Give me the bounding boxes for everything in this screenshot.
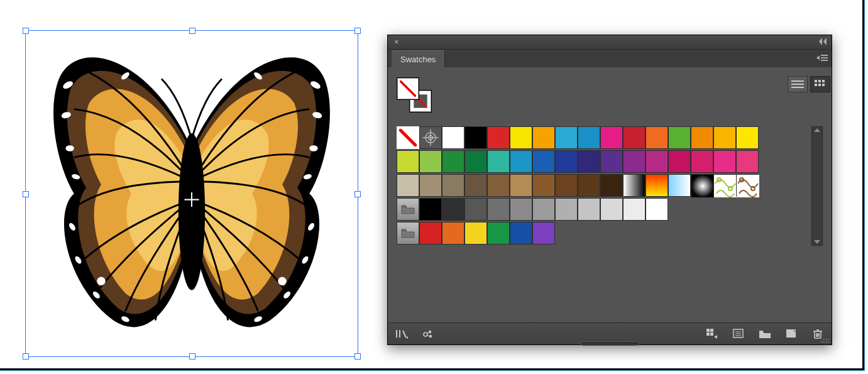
swatch-cell[interactable] [419,174,442,197]
swatch-cell[interactable] [419,198,442,221]
swatch-cell[interactable] [623,174,646,197]
swatch-cell[interactable] [713,126,736,149]
swatch-cell[interactable] [487,150,510,173]
panel-drag-handle[interactable] [581,341,639,346]
swatch-cell[interactable] [623,126,646,149]
swatch-cell[interactable] [736,126,759,149]
swatch-cell[interactable] [578,174,600,197]
swatch-options-icon[interactable] [705,327,720,341]
handle-bottom-right[interactable] [354,353,361,360]
swatch-cell[interactable] [555,198,578,221]
panel-menu-icon[interactable] [816,53,828,62]
swatch-cell[interactable] [510,150,532,173]
swatch-cell[interactable] [510,198,532,221]
swatch-cell[interactable] [600,126,623,149]
swatch-cell[interactable] [532,198,555,221]
swatch-cell[interactable] [555,174,578,197]
swatch-cell[interactable] [623,198,646,221]
swatch-cell[interactable] [555,150,578,173]
library-icon[interactable] [394,327,409,341]
collapse-panel-icon[interactable] [814,38,827,45]
handle-top-left[interactable] [23,28,29,34]
swatch-cell[interactable] [464,126,487,149]
swatch-cell[interactable] [623,150,646,173]
swatch-cell[interactable] [464,174,487,197]
swatch-cell[interactable] [713,174,736,197]
swatch-cell[interactable] [532,150,555,173]
fill-swatch[interactable] [397,77,419,100]
swatches-panel[interactable]: × Swatches [387,35,832,345]
swatch-cell[interactable] [578,150,600,173]
swatch-cell[interactable] [487,198,510,221]
swatch-cell[interactable] [442,174,464,197]
color-group-icon[interactable] [420,327,436,341]
swatch-registration[interactable] [419,126,442,149]
grid-view-button[interactable] [810,76,830,92]
panel-titlebar[interactable]: × [388,35,832,50]
swatch-cell[interactable] [487,126,510,149]
handle-bottom-left[interactable] [23,353,29,360]
scroll-down-icon[interactable] [814,240,820,244]
swatch-cell[interactable] [442,126,464,149]
svg-point-57 [429,335,432,338]
swatch-cell[interactable] [532,126,555,149]
swatch-cell[interactable] [510,222,532,245]
new-swatch-icon[interactable] [784,327,799,341]
selection-bounding-box[interactable] [25,30,358,357]
swatch-cell[interactable] [668,150,691,173]
swatch-cell[interactable] [691,126,713,149]
swatch-cell[interactable] [532,222,555,245]
color-group-folder[interactable] [397,198,419,221]
swatch-cell[interactable] [646,198,668,221]
canvas-area[interactable]: × Swatches [0,0,865,371]
swatch-cell[interactable] [397,150,419,173]
artwork-butterfly[interactable] [38,43,346,344]
swatch-cell[interactable] [442,198,464,221]
swatch-cell[interactable] [736,174,759,197]
swatch-cell[interactable] [691,174,713,197]
swatch-cell[interactable] [691,150,713,173]
swatch-cell[interactable] [419,150,442,173]
handle-middle-left[interactable] [23,191,29,197]
fill-stroke-indicator[interactable] [397,77,432,113]
swatch-cell[interactable] [464,150,487,173]
color-group-folder[interactable] [397,222,419,245]
swatch-cell[interactable] [600,198,623,221]
swatch-cell[interactable] [487,174,510,197]
close-icon[interactable]: × [394,37,399,47]
swatch-cell[interactable] [578,198,600,221]
handle-top-right[interactable] [354,28,361,34]
swatch-cell[interactable] [555,126,578,149]
swatch-cell[interactable] [464,198,487,221]
swatch-cell[interactable] [600,150,623,173]
swatch-cell[interactable] [736,150,759,173]
swatch-cell[interactable] [668,174,691,197]
resize-grip-icon[interactable]: ⣠⣤ [820,333,830,343]
swatch-cell[interactable] [464,222,487,245]
list-view-button[interactable] [788,76,808,92]
new-swatch-list-icon[interactable] [731,327,746,341]
swatch-cell[interactable] [713,150,736,173]
tab-swatches[interactable]: Swatches [392,50,445,67]
swatch-cell[interactable] [578,126,600,149]
swatch-cell[interactable] [397,174,419,197]
swatch-cell[interactable] [646,174,668,197]
new-folder-icon[interactable] [757,327,772,341]
swatch-cell[interactable] [510,174,532,197]
handle-middle-right[interactable] [354,191,361,197]
swatch-cell[interactable] [600,174,623,197]
swatch-cell[interactable] [646,126,668,149]
swatch-none[interactable] [397,126,419,149]
swatch-cell[interactable] [646,150,668,173]
scrollbar[interactable] [811,126,823,246]
swatch-cell[interactable] [668,126,691,149]
scroll-up-icon[interactable] [814,128,820,132]
swatch-cell[interactable] [442,150,464,173]
swatch-cell[interactable] [510,126,532,149]
handle-bottom-middle[interactable] [189,353,195,360]
swatch-cell[interactable] [532,174,555,197]
swatch-cell[interactable] [487,222,510,245]
swatch-cell[interactable] [442,222,464,245]
swatch-cell[interactable] [419,222,442,245]
handle-top-middle[interactable] [189,28,195,34]
